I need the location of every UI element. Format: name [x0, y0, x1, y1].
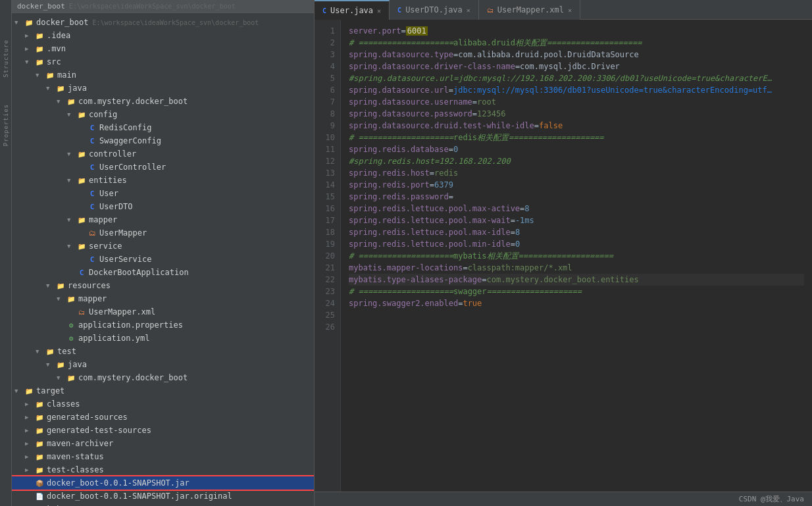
- file-tree-panel: docker_boot E:\workspace\ideaWorkSpace_s…: [12, 0, 315, 506]
- tree-item-idea[interactable]: ▶ 📁 .idea: [12, 29, 314, 42]
- tree-label: main: [57, 70, 76, 80]
- yml-icon: ⚙: [66, 333, 76, 343]
- tree-label: application.properties: [78, 320, 183, 330]
- tree-item-docker-boot[interactable]: ▼ 📁 docker_boot E:\workspace\ideaWorkSpa…: [12, 16, 314, 29]
- tree-item-maven-status[interactable]: ▶ 📁 maven-status: [12, 450, 314, 463]
- tree-arrow: ▼: [46, 361, 55, 368]
- tree-item-jar-original[interactable]: 📄 docker_boot-0.0.1-SNAPSHOT.jar.origina…: [12, 490, 314, 503]
- tree-label: src: [47, 57, 61, 66]
- code-line-17: spring.redis.lettuce.pool.max-wait=-1ms: [349, 215, 804, 226]
- tree-item-main[interactable]: ▼ 📁 main: [12, 68, 314, 82]
- tab-usermapper-xml[interactable]: 🗂 UserMapper.xml ✕: [479, 0, 580, 20]
- tree-label: .idea: [47, 31, 70, 40]
- tab-user-java[interactable]: C User.java ✕: [315, 0, 390, 20]
- code-line-3: spring.datasource.type=com.alibaba.druid…: [349, 49, 804, 61]
- tree-arrow: ▼: [46, 85, 55, 91]
- tree-item-resources[interactable]: ▼ 📁 resources: [12, 279, 314, 292]
- folder-icon: 📁: [34, 399, 45, 409]
- tab-close-user[interactable]: ✕: [377, 7, 381, 14]
- tree-item-maven-archiver[interactable]: ▶ 📁 maven-archiver: [12, 437, 314, 450]
- code-line-20: # ====================mybatis相关配置=======…: [349, 250, 804, 262]
- xml-tab-icon: 🗂: [487, 7, 494, 14]
- tree-item-mapper[interactable]: ▼ 📁 mapper: [12, 213, 314, 226]
- tree-item-classes[interactable]: ▶ 📁 classes: [12, 397, 314, 411]
- tree-item-test-classes[interactable]: ▶ 📁 test-classes: [12, 463, 314, 476]
- code-line-24: spring.swagger2.enabled=true: [349, 297, 804, 309]
- tree-item-config[interactable]: ▼ 📁 config: [12, 108, 314, 121]
- folder-icon: 📁: [34, 451, 45, 462]
- tree-item-userservice[interactable]: C UserService: [12, 253, 314, 266]
- code-line-23: # ====================swagger===========…: [349, 286, 804, 297]
- tree-item-src[interactable]: ▼ 📁 src: [12, 55, 314, 68]
- tree-arrow: ▼: [67, 151, 76, 157]
- tree-item-user[interactable]: C User: [12, 187, 314, 200]
- editor-content[interactable]: 12345 678910 1112131415 1617181920 21222…: [315, 20, 812, 492]
- tab-label: UserMapper.xml: [497, 5, 564, 14]
- tree-label: UserMapper: [99, 228, 147, 238]
- folder-icon: 📁: [76, 175, 87, 186]
- tree-item-com-mystery[interactable]: ▼ 📁 com.mystery.docker_boot: [12, 95, 314, 108]
- tree-item-user-controller[interactable]: C UserController: [12, 161, 314, 174]
- tree-item-resources-mapper[interactable]: ▼ 📁 mapper: [12, 292, 314, 305]
- file-tree-content[interactable]: ▼ 📁 docker_boot E:\workspace\ideaWorkSpa…: [12, 13, 314, 506]
- java-tab-icon: C: [397, 7, 401, 14]
- tree-arrow: ▼: [67, 111, 76, 118]
- tree-label: test: [57, 347, 76, 356]
- tree-item-generated-test-sources[interactable]: ▶ 📁 generated-test-sources: [12, 424, 314, 437]
- folder-icon: 📁: [24, 17, 34, 28]
- tree-item-test[interactable]: ▼ 📁 test: [12, 345, 314, 358]
- code-line-2: # ====================alibaba.druid相关配置=…: [349, 37, 804, 49]
- tab-close-userdto[interactable]: ✕: [467, 7, 470, 14]
- tree-arrow: ▶: [25, 440, 34, 447]
- tree-item-app-properties[interactable]: ⚙ application.properties: [12, 318, 314, 332]
- code-line-21: mybatis.mapper-locations=classpath:mappe…: [349, 262, 804, 274]
- left-panel-strip: Structure Properties: [0, 0, 12, 506]
- code-line-9: spring.datasource.druid.test-while-idle=…: [349, 120, 804, 132]
- code-line-26: [349, 321, 804, 333]
- tree-item-test-com-mystery[interactable]: ▼ 📁 com.mystery.docker_boot: [12, 371, 314, 384]
- tree-item-target[interactable]: ▼ 📁 target: [12, 384, 314, 397]
- line-numbers: 12345 678910 1112131415 1617181920 21222…: [315, 20, 341, 492]
- tree-arrow: ▼: [25, 59, 34, 65]
- folder-icon: 📁: [76, 215, 87, 225]
- tree-label: UserController: [99, 163, 166, 172]
- tree-arrow: ▼: [67, 177, 76, 184]
- tree-arrow: ▶: [25, 401, 34, 407]
- code-line-8: spring.datasource.password=123456: [349, 108, 804, 120]
- tree-arrow: ▼: [57, 374, 66, 381]
- tree-item-redis-config[interactable]: C RedisConfig: [12, 121, 314, 134]
- tab-userdto-java[interactable]: C UserDTO.java ✕: [390, 0, 479, 20]
- tree-item-controller[interactable]: ▼ 📁 controller: [12, 147, 314, 161]
- tree-label: test-classes: [47, 465, 104, 474]
- folder-icon: 📁: [55, 359, 66, 370]
- tree-item-mvn[interactable]: ▶ 📁 .mvn: [12, 42, 314, 55]
- tree-item-swagger-config[interactable]: C SwaggerConfig: [12, 134, 314, 147]
- tree-item-entities[interactable]: ▼ 📁 entities: [12, 174, 314, 187]
- tree-item-usermapper-xml[interactable]: 🗂 UserMapper.xml: [12, 305, 314, 318]
- tree-item-service[interactable]: ▼ 📁 service: [12, 240, 314, 253]
- java-icon: C: [87, 254, 97, 265]
- code-area[interactable]: server.port=6001 # ====================a…: [341, 20, 812, 492]
- tab-close-usermapper[interactable]: ✕: [568, 7, 572, 14]
- tree-item-usermapper[interactable]: 🗂 UserMapper: [12, 226, 314, 240]
- tree-item-generated-sources[interactable]: ▶ 📁 generated-sources: [12, 411, 314, 424]
- tree-item-java[interactable]: ▼ 📁 java: [12, 82, 314, 95]
- folder-icon: 📁: [55, 83, 66, 93]
- tree-item-userdto[interactable]: C UserDTO: [12, 200, 314, 213]
- tree-item-gitignore[interactable]: ◈ .gitignore: [12, 503, 314, 506]
- tree-arrow: ▶: [25, 414, 34, 420]
- tree-item-test-java[interactable]: ▼ 📁 java: [12, 358, 314, 371]
- tree-label: docker_boot-0.0.1-SNAPSHOT.jar: [47, 478, 190, 488]
- tree-arrow: ▼: [67, 243, 76, 249]
- folder-icon: 📁: [34, 412, 45, 422]
- tree-item-dockerboot-app[interactable]: C DockerBootApplication: [12, 266, 314, 279]
- tree-arrow: ▼: [14, 388, 24, 394]
- tree-label: java: [68, 360, 87, 369]
- tree-label: mapper: [89, 215, 117, 224]
- tree-item-app-yml[interactable]: ⚙ application.yml: [12, 332, 314, 345]
- code-line-22: mybatis.type-aliases-package=com.mystery…: [349, 274, 804, 286]
- project-path: E:\workspace\ideaWorkSpace_svn\docker_bo…: [69, 3, 236, 10]
- code-line-18: spring.redis.lettuce.pool.max-idle=8: [349, 226, 804, 238]
- tree-arrow: ▶: [25, 453, 34, 460]
- tree-item-jar[interactable]: 📦 docker_boot-0.0.1-SNAPSHOT.jar: [12, 476, 314, 490]
